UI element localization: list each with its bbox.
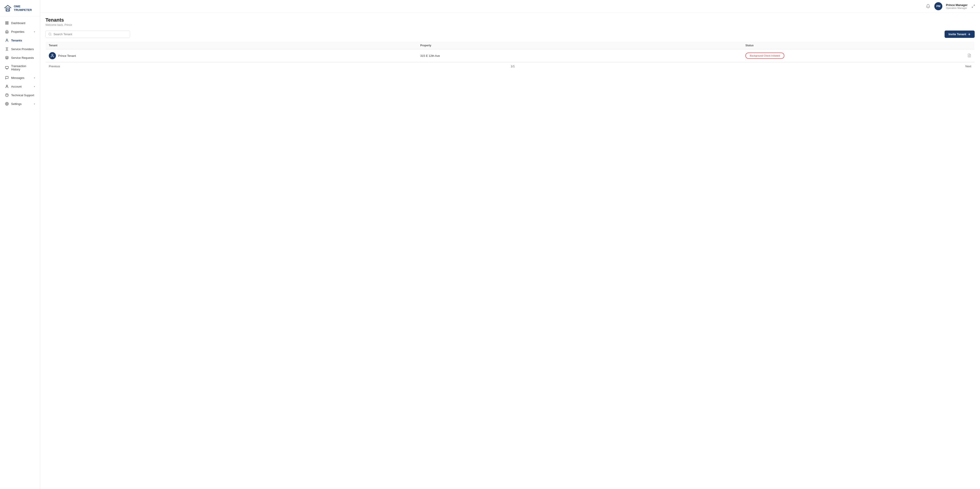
- user-avatar[interactable]: PM: [934, 2, 942, 10]
- tenant-property: 315 E 12th Ave: [417, 49, 742, 62]
- sidebar-item-label: Technical Support: [11, 94, 34, 97]
- sidebar-item-label: Properties: [11, 30, 24, 33]
- document-icon-cell[interactable]: [928, 49, 974, 62]
- svg-rect-3: [7, 22, 8, 23]
- arrow-right-icon: [967, 33, 970, 36]
- chevron-down-icon: ▾: [34, 103, 35, 105]
- page-content: Tenants Welcome back, Prince Invite Tena…: [40, 13, 980, 489]
- sidebar-item-settings[interactable]: Settings ▾: [2, 100, 38, 108]
- service-requests-icon: [5, 56, 9, 60]
- tenant-avatar: [49, 52, 56, 59]
- sidebar-item-label: Messages: [11, 76, 24, 79]
- user-role: Operation Manager: [946, 7, 967, 10]
- sidebar-item-label: Dashboard: [11, 21, 25, 25]
- dashboard-icon: [5, 21, 9, 25]
- logo-icon: [3, 4, 12, 13]
- sidebar-item-label: Tenants: [11, 39, 22, 42]
- svg-rect-2: [6, 22, 7, 23]
- sidebar-item-transaction-history[interactable]: Transaction History: [2, 62, 38, 73]
- svg-line-17: [972, 6, 973, 8]
- page-title: Tenants: [45, 17, 975, 23]
- col-tenant: Tenant: [46, 42, 417, 49]
- table-row: Prince Tenant 315 E 12th Ave Background …: [46, 49, 975, 62]
- sidebar-item-properties[interactable]: Properties ▾: [2, 27, 38, 36]
- settings-icon: [5, 102, 9, 106]
- page-subtitle: Welcome back, Prince: [45, 24, 975, 27]
- search-input[interactable]: [54, 33, 127, 36]
- sidebar-item-tenants[interactable]: Tenants: [2, 36, 38, 44]
- logo-text: OME TRUMPETER: [14, 5, 36, 11]
- sidebar-item-service-providers[interactable]: Service Providers: [2, 45, 38, 53]
- svg-point-6: [6, 39, 7, 40]
- nav-menu: Dashboard Properties ▾ Tenants Service P…: [0, 19, 40, 108]
- service-providers-icon: [5, 47, 9, 51]
- search-icon: [48, 33, 52, 36]
- chevron-down-icon: ▾: [34, 85, 35, 88]
- account-icon: [5, 84, 9, 89]
- col-property: Property: [417, 42, 742, 49]
- tenant-table: Tenant Property Status Prince Tenant 315…: [45, 41, 975, 70]
- logo: OME TRUMPETER: [0, 0, 40, 16]
- sidebar-item-label: Service Requests: [11, 56, 34, 59]
- col-status: Status: [742, 42, 928, 49]
- transaction-history-icon: [5, 66, 9, 70]
- main-content: PM Prince Manager Operation Manager Tena…: [40, 0, 980, 489]
- svg-point-7: [6, 49, 7, 49]
- status-badge: Background Check Initiated: [745, 52, 784, 59]
- tenant-status: Background Check Initiated: [742, 49, 928, 62]
- sidebar-item-label: Account: [11, 85, 22, 88]
- search-invite-row: Invite Tenant: [45, 30, 975, 38]
- sidebar-item-messages[interactable]: Messages ▾: [2, 73, 38, 82]
- sidebar-item-technical-support[interactable]: Technical Support: [2, 91, 38, 99]
- messages-icon: [5, 76, 9, 80]
- svg-rect-5: [6, 23, 7, 24]
- svg-point-12: [6, 85, 7, 86]
- svg-rect-4: [7, 23, 8, 24]
- invite-tenant-button[interactable]: Invite Tenant: [945, 30, 975, 38]
- tenant-name-cell: Prince Tenant: [46, 49, 417, 62]
- sidebar-item-account[interactable]: Account ▾: [2, 82, 38, 90]
- svg-rect-9: [5, 67, 8, 68]
- sidebar-item-label: Transaction History: [11, 64, 35, 71]
- top-header: PM Prince Manager Operation Manager: [40, 0, 980, 13]
- sidebar-item-label: Service Providers: [11, 48, 34, 51]
- tenants-icon: [5, 38, 9, 42]
- previous-button[interactable]: Previous: [49, 65, 60, 68]
- table-footer: Previous 1/1 Next: [46, 62, 975, 70]
- svg-line-16: [974, 5, 975, 6]
- technical-support-icon: [5, 93, 9, 97]
- search-box: [45, 30, 130, 38]
- table-body: Prince Tenant 315 E 12th Ave Background …: [46, 49, 975, 62]
- document-icon: [967, 54, 971, 57]
- pagination-row: Previous 1/1 Next: [46, 62, 974, 70]
- sidebar-item-label: Settings: [11, 102, 22, 106]
- sidebar-item-service-requests[interactable]: Service Requests: [2, 54, 38, 62]
- properties-icon: [5, 30, 9, 33]
- chevron-down-icon: ▾: [34, 77, 35, 79]
- svg-line-19: [51, 35, 51, 35]
- notification-bell[interactable]: [925, 3, 931, 9]
- sidebar-item-dashboard[interactable]: Dashboard: [2, 19, 38, 27]
- svg-marker-8: [5, 56, 8, 58]
- page-info: 1/1: [511, 65, 515, 68]
- next-button[interactable]: Next: [965, 65, 971, 68]
- sidebar: OME TRUMPETER Dashboard Properties ▾ Ten…: [0, 0, 40, 489]
- chevron-down-icon: ▾: [34, 30, 35, 33]
- expand-icon[interactable]: [971, 4, 975, 8]
- user-info: Prince Manager Operation Manager: [946, 3, 967, 10]
- table-header: Tenant Property Status: [46, 42, 975, 49]
- tenant-name: Prince Tenant: [58, 54, 76, 57]
- user-name: Prince Manager: [946, 3, 967, 7]
- svg-point-21: [52, 54, 53, 56]
- svg-point-15: [6, 103, 7, 104]
